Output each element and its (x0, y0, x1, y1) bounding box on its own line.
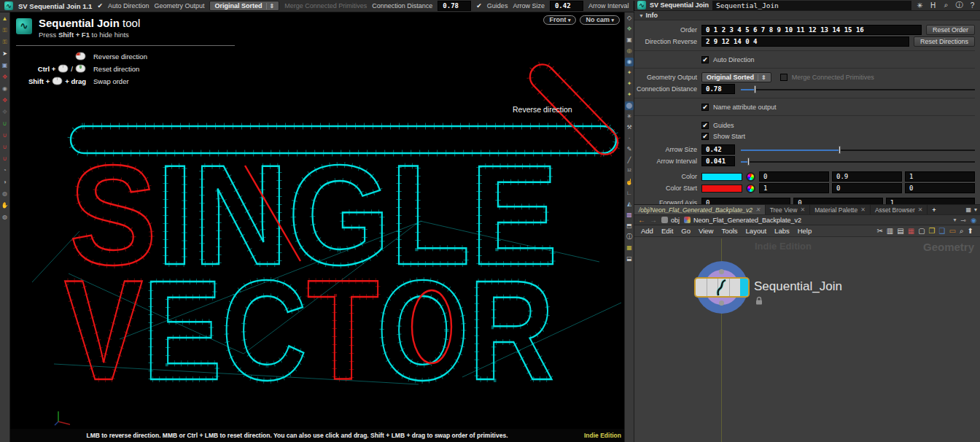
menu-labs[interactable]: Labs (774, 227, 790, 235)
normals-icon[interactable]: ☝ (625, 178, 634, 187)
snap-grid-icon[interactable]: ∪ (1, 155, 9, 163)
camera-selector-button[interactable]: No cam ▾ (580, 15, 620, 25)
color-g-field[interactable]: 0.9 (832, 171, 902, 182)
pane-tab[interactable]: Asset Browser✕ (871, 205, 928, 214)
pane-tab[interactable]: Tree View✕ (766, 205, 811, 214)
pane-menu-icon[interactable]: ▦ (965, 206, 971, 213)
merge-connected-checkbox[interactable] (780, 74, 788, 81)
houdini-badge-icon[interactable]: H (928, 1, 938, 9)
auto-direction-toggle[interactable]: Auto Direction (108, 2, 149, 9)
sticky-note-icon[interactable]: ❐ (929, 227, 936, 235)
current-node-chip[interactable]: Neon_Flat_Generated_Backplate_v2 (684, 217, 801, 224)
close-tab-icon[interactable]: ✕ (755, 206, 761, 213)
merge-connected-toggle[interactable]: Merge Connected Primitives (284, 2, 367, 9)
arrow-size-slider[interactable] (741, 146, 975, 154)
menu-edit[interactable]: Edit (661, 227, 673, 235)
pin-icon[interactable]: ⊸ (961, 217, 967, 224)
handles-icon[interactable]: ✥ (1, 73, 9, 82)
jump-up-icon[interactable]: ⬆ (968, 227, 973, 235)
new-tab-button[interactable]: + (928, 205, 940, 214)
name-attribute-checkbox[interactable]: ✔ (701, 104, 709, 111)
pane-tab[interactable]: /obj/Neon_Flat_Generated_Backplate_v2✕ (634, 205, 766, 214)
name-attribute-label[interactable]: Name attribute output (713, 104, 777, 111)
reset-directions-button[interactable]: Reset Directions (914, 36, 975, 47)
gear-icon[interactable]: ✳ (915, 1, 925, 9)
menu-add[interactable]: Add (641, 227, 653, 235)
path-dropdown-icon[interactable]: ▾ (954, 217, 957, 223)
close-tab-icon[interactable]: ✕ (860, 206, 866, 213)
background-image-icon[interactable]: ❑ (939, 227, 946, 235)
view-quarter-icon[interactable]: ◔ (1, 166, 9, 175)
menu-help[interactable]: Help (798, 227, 812, 235)
close-tab-icon[interactable]: ✕ (800, 206, 805, 213)
auto-direction-check-icon[interactable]: ✔ (97, 2, 103, 9)
handles2-icon[interactable]: ✥ (1, 96, 9, 105)
grid-icon[interactable]: ▢ (918, 227, 925, 235)
toolbox-icon[interactable]: ▭ (949, 227, 956, 235)
help-circle-icon[interactable]: ? (968, 1, 977, 9)
color-start-b-field[interactable]: 0 (905, 183, 975, 193)
color-r-field[interactable]: 0 (759, 171, 829, 182)
pan-hand-icon[interactable]: ✋ (1, 201, 9, 210)
snap-multi-icon[interactable]: ∪ (1, 120, 9, 128)
camera-icon[interactable]: ⬓ (625, 255, 634, 263)
lock-view-icon[interactable]: ▣ (625, 36, 634, 44)
cone-icon[interactable]: ◭ (625, 200, 634, 209)
order-input[interactable]: 0 1 2 3 4 5 6 7 8 9 10 11 12 13 14 15 16 (701, 25, 922, 35)
hotkey-icon[interactable]: ⚿ (1, 26, 9, 35)
menu-view[interactable]: View (699, 227, 713, 235)
guides-label[interactable]: Guides (713, 122, 734, 129)
headlight-icon[interactable]: ◎ (625, 47, 634, 55)
color-start-wheel-icon[interactable] (746, 184, 755, 193)
color-b-field[interactable]: 1 (905, 171, 975, 182)
info-section-header[interactable]: ▼ Info (634, 11, 980, 20)
node-name-label[interactable]: Sequential_Join (754, 279, 842, 294)
reset-order-button[interactable]: Reset Order (926, 25, 975, 35)
brush-icon[interactable]: ✎ (625, 145, 634, 154)
forward-arrow-icon[interactable]: → (650, 216, 657, 224)
back-arrow-icon[interactable]: ← (638, 216, 645, 224)
show-start-checkbox[interactable]: ✔ (701, 133, 709, 140)
cut-icon[interactable]: ✂ (876, 227, 882, 235)
color-start-g-field[interactable]: 0 (832, 183, 902, 193)
find-icon[interactable]: ⌕ (960, 227, 964, 236)
pane-tab[interactable]: Material Palette✕ (810, 205, 871, 214)
axis-icon[interactable]: ∟ (625, 189, 634, 198)
connection-distance-slider[interactable] (741, 85, 975, 93)
color-start-r-field[interactable]: 1 (759, 183, 829, 193)
shading-icon[interactable]: ◉ (625, 58, 634, 66)
visibility-icon[interactable]: ◇ (625, 14, 634, 23)
info-icon[interactable]: ⓘ (954, 0, 964, 10)
objects-icon[interactable]: ❖ (625, 25, 634, 34)
color-wheel-icon[interactable] (746, 172, 755, 182)
snapshot-icon[interactable]: ⬒ (625, 222, 634, 230)
color-swatch[interactable] (701, 173, 742, 181)
lock-icon[interactable]: ▣ (1, 61, 9, 70)
globe-icon[interactable]: ◍ (1, 213, 9, 222)
connection-distance-field[interactable]: 0.78 (701, 84, 735, 94)
pen-icon[interactable]: ╱ (625, 156, 634, 165)
lights-icon[interactable]: ✦ (625, 69, 634, 77)
menu-layout[interactable]: Layout (746, 227, 767, 235)
node-name-input[interactable]: Sequential_Join (712, 1, 911, 10)
obj-context-chip[interactable]: obj (661, 217, 680, 224)
view-full-icon[interactable]: ◍ (1, 190, 9, 198)
pin-b-icon[interactable]: ✦ (625, 90, 634, 99)
geometry-output-dropdown[interactable]: Original Sorted⇕ (701, 72, 771, 82)
network-canvas[interactable]: Indie Edition Geometry Seq (634, 239, 980, 442)
arrow-size-field[interactable]: 0.42 (701, 144, 735, 155)
auto-direction-label[interactable]: Auto Direction (713, 56, 755, 63)
material-sphere-icon[interactable]: ⬤ (625, 101, 634, 110)
direction-reverse-input[interactable]: 2 9 12 14 0 4 (701, 36, 909, 47)
node-output-connector[interactable] (719, 301, 724, 306)
view-selector-button[interactable]: Front ▾ (543, 15, 576, 25)
pose-icon[interactable]: ◉ (1, 85, 9, 93)
guides-check-icon[interactable]: ✔ (476, 2, 482, 9)
node-display-flag[interactable] (740, 279, 748, 296)
info-circle-icon[interactable]: ⓘ (625, 233, 634, 241)
menu-go[interactable]: Go (681, 227, 691, 235)
globe-link-icon[interactable]: ◉ (971, 217, 976, 224)
show-start-label[interactable]: Show Start (713, 133, 745, 140)
arrow-interval-field[interactable]: 0.041 (701, 156, 735, 166)
select-arrow-icon[interactable]: ➤ (1, 50, 9, 58)
